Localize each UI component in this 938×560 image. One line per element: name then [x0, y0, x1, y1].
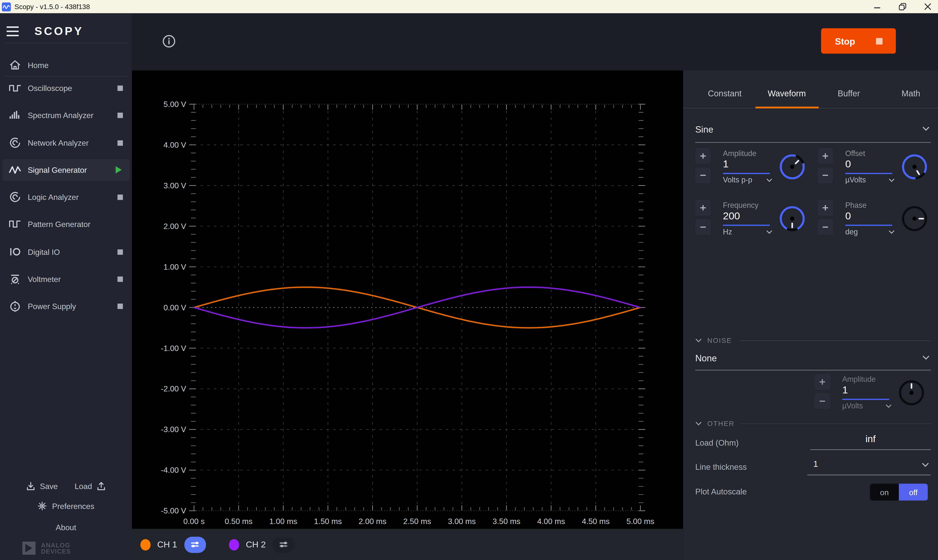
- phase-increment-button[interactable]: [818, 200, 833, 216]
- load-button[interactable]: Load: [75, 482, 106, 491]
- plot-autoscale-label: Plot Autoscale: [695, 487, 747, 496]
- load-ohm-input[interactable]: inf: [810, 434, 931, 445]
- section-line: [742, 423, 931, 424]
- unit-value: µVolts: [842, 402, 863, 410]
- phase-unit-dropdown[interactable]: deg: [845, 228, 895, 236]
- window-title: Scopy - v1.5.0 - 438f138: [15, 3, 90, 10]
- unit-value: Volts p-p: [723, 176, 752, 185]
- ch1-settings-button[interactable]: [185, 536, 206, 552]
- sidebar-item-voltmeter[interactable]: Voltmeter: [0, 268, 132, 289]
- sidebar-item-spectrum-analyzer[interactable]: Spectrum Analyzer: [0, 104, 132, 126]
- noise-amplitude-decrement-button[interactable]: [815, 393, 830, 409]
- ch2-color-dot[interactable]: [229, 539, 239, 550]
- chevron-down-icon: [766, 178, 772, 182]
- unit-value: µVolts: [845, 176, 866, 185]
- stop-indicator[interactable]: [118, 276, 123, 282]
- ch2-settings-button[interactable]: [273, 536, 295, 552]
- param-frequency: Frequency 200 Hz: [695, 200, 815, 246]
- svg-text:4.50 ms: 4.50 ms: [582, 517, 610, 526]
- tab-math[interactable]: Math: [881, 88, 938, 98]
- frequency-increment-button[interactable]: [695, 200, 711, 216]
- sidebar-item-signal-generator[interactable]: Signal Generator: [3, 159, 130, 181]
- sidebar-item-oscilloscope[interactable]: Oscilloscope: [0, 77, 132, 99]
- svg-text:2.00 ms: 2.00 ms: [359, 517, 386, 526]
- stop-indicator[interactable]: [118, 112, 123, 118]
- ch1-color-dot[interactable]: [140, 539, 151, 550]
- minimize-icon: [873, 3, 881, 10]
- run-stop-button[interactable]: Stop: [821, 28, 896, 54]
- restore-button[interactable]: [897, 1, 908, 12]
- sidebar-item-power-supply[interactable]: Power Supply: [0, 295, 132, 317]
- logic-analyzer-icon: [8, 190, 22, 204]
- noise-amplitude-value-input[interactable]: 1: [842, 384, 848, 396]
- svg-text:-5.00 V: -5.00 V: [161, 506, 186, 515]
- sidebar-item-home[interactable]: Home: [0, 54, 132, 76]
- channel-strip: CH 1 CH 2: [132, 529, 683, 560]
- toggle-off-option[interactable]: off: [899, 484, 928, 500]
- frequency-unit-dropdown[interactable]: Hz: [723, 228, 772, 236]
- offset-decrement-button[interactable]: [818, 168, 833, 183]
- other-section-header[interactable]: OTHER: [695, 418, 931, 428]
- frequency-knob[interactable]: [778, 205, 806, 232]
- frequency-value-input[interactable]: 200: [723, 210, 740, 222]
- tab-constant[interactable]: Constant: [695, 88, 755, 98]
- noise-amplitude-increment-button[interactable]: [815, 374, 830, 390]
- amplitude-value-input[interactable]: 1: [723, 158, 729, 171]
- stop-label: Stop: [835, 36, 855, 46]
- amplitude-decrement-button[interactable]: [695, 168, 711, 183]
- tab-waveform[interactable]: Waveform: [757, 88, 817, 98]
- preferences-button[interactable]: Preferences: [0, 497, 132, 515]
- titlebar: Scopy - v1.5.0 - 438f138: [0, 0, 938, 13]
- sidebar-item-label: Pattern Generator: [28, 220, 90, 229]
- value-underline: [842, 399, 889, 400]
- stop-indicator[interactable]: [118, 140, 123, 145]
- signal-generator-icon: [8, 163, 22, 177]
- frequency-decrement-button[interactable]: [695, 219, 711, 235]
- stop-indicator[interactable]: [118, 249, 123, 255]
- toggle-on-option[interactable]: on: [870, 484, 899, 500]
- param-label: Offset: [845, 149, 865, 158]
- save-button[interactable]: Save: [26, 482, 58, 491]
- amplitude-increment-button[interactable]: [695, 148, 711, 164]
- amplitude-unit-dropdown[interactable]: Volts p-p: [723, 176, 772, 185]
- amplitude-knob[interactable]: [778, 153, 806, 181]
- menu-icon[interactable]: [6, 26, 19, 37]
- stop-indicator[interactable]: [118, 303, 123, 309]
- main-header: Stop: [132, 13, 938, 71]
- phase-decrement-button[interactable]: [818, 219, 833, 235]
- scopy-window: Scopy - v1.5.0 - 438f138 SCOPY: [0, 0, 938, 560]
- noise-type-dropdown[interactable]: None: [695, 351, 930, 365]
- close-button[interactable]: [922, 1, 933, 12]
- sidebar-item-digital-io[interactable]: Digital IO: [0, 241, 132, 263]
- noise-section-header[interactable]: NOISE: [695, 335, 931, 345]
- sidebar-item-network-analyzer[interactable]: Network Analyzer: [0, 132, 132, 154]
- tab-buffer[interactable]: Buffer: [819, 88, 879, 98]
- param-label: Amplitude: [723, 149, 757, 158]
- waveform-type-dropdown[interactable]: Sine: [695, 122, 930, 135]
- offset-value-input[interactable]: 0: [845, 158, 851, 171]
- stop-indicator[interactable]: [118, 194, 123, 200]
- about-button[interactable]: About: [0, 519, 132, 535]
- stop-indicator[interactable]: [118, 85, 123, 91]
- offset-knob[interactable]: [901, 153, 928, 181]
- plus-icon: [822, 152, 829, 160]
- offset-increment-button[interactable]: [818, 148, 833, 164]
- value-underline: [723, 225, 770, 226]
- noise-amplitude-knob[interactable]: [898, 379, 925, 406]
- line-thickness-dropdown[interactable]: 1: [813, 459, 818, 469]
- sidebar-item-pattern-generator[interactable]: Pattern Generator: [0, 213, 132, 235]
- plus-icon: [700, 204, 707, 211]
- svg-text:-1.00 V: -1.00 V: [161, 344, 186, 353]
- phase-value-input[interactable]: 0: [845, 210, 851, 222]
- chevron-down-icon[interactable]: [922, 463, 929, 468]
- offset-unit-dropdown[interactable]: µVolts: [845, 176, 895, 185]
- sidebar-item-logic-analyzer[interactable]: Logic Analyzer: [0, 186, 132, 208]
- ch2-label: CH 2: [246, 540, 266, 549]
- info-icon[interactable]: [162, 34, 176, 48]
- noise-amplitude-unit-dropdown[interactable]: µVolts: [842, 402, 892, 410]
- divider: [5, 76, 127, 76]
- chevron-down-icon: [922, 355, 929, 360]
- minimize-button[interactable]: [872, 1, 883, 12]
- load-label: Load: [75, 482, 92, 491]
- phase-knob[interactable]: [901, 205, 928, 232]
